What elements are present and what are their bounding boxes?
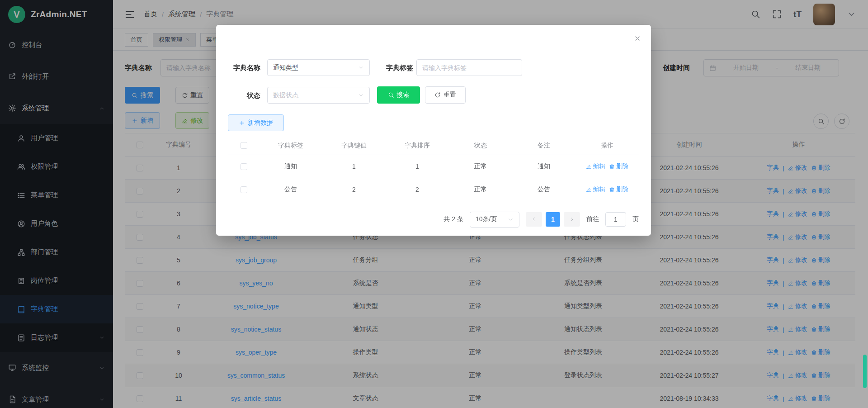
dialog-reset-button[interactable]: 重置	[425, 86, 466, 104]
row-edit-link[interactable]: 编辑	[586, 162, 605, 171]
row-checkbox[interactable]	[241, 186, 247, 193]
chevron-down-icon	[358, 92, 364, 98]
dialog-status-select[interactable]: 数据状态	[267, 87, 370, 104]
edit-icon	[586, 187, 592, 193]
chevron-right-icon	[569, 217, 575, 222]
cell-remark: 通知	[512, 155, 576, 178]
header-dict-label: 字典标签	[259, 136, 322, 155]
chevron-left-icon	[531, 217, 537, 222]
pagination: 共 2 条 10条/页 1 前往 页	[228, 211, 639, 228]
cell-operations: 编辑 删除	[576, 155, 639, 178]
goto-page-input[interactable]	[605, 212, 626, 227]
cell-dict-sort: 1	[386, 155, 449, 178]
select-value: 10条/页	[476, 215, 508, 223]
refresh-icon	[434, 92, 441, 98]
table-row: 公告 2 2 正常 公告 编辑 删除	[228, 178, 639, 201]
delete-icon	[609, 164, 615, 170]
delete-icon	[609, 187, 615, 193]
table-body: 通知 1 1 正常 通知 编辑 删除 公告 2 2 正常	[228, 155, 639, 201]
dict-data-dialog: 字典名称 通知类型 字典标签 状态 数据状态 搜索 重置 新增数据 字典标签 字…	[216, 25, 651, 236]
dialog-add-data-button[interactable]: 新增数据	[228, 114, 284, 131]
dialog-dict-tag-label: 字典标签	[374, 59, 413, 76]
pager-buttons: 1	[526, 212, 580, 227]
cell-operations: 编辑 删除	[576, 178, 639, 201]
row-delete-link[interactable]: 删除	[609, 185, 628, 194]
page-unit-label: 页	[632, 215, 639, 223]
search-icon	[388, 92, 394, 98]
header-status: 状态	[449, 136, 512, 155]
cell-remark: 公告	[512, 178, 576, 201]
dialog-dict-name-label: 字典名称	[228, 59, 260, 76]
plus-icon	[239, 120, 245, 126]
cell-dict-sort: 2	[386, 178, 449, 201]
cell-dict-value: 1	[322, 155, 386, 178]
chevron-down-icon	[508, 217, 514, 223]
prev-page-button[interactable]	[526, 212, 542, 227]
table-row: 通知 1 1 正常 通知 编辑 删除	[228, 155, 639, 178]
select-placeholder: 数据状态	[273, 91, 358, 100]
select-value: 通知类型	[273, 64, 358, 72]
cell-dict-label: 通知	[259, 155, 322, 178]
table-header-row: 字典标签 字典键值 字典排序 状态 备注 操作	[228, 136, 639, 155]
dialog-dict-name-select[interactable]: 通知类型	[267, 59, 370, 76]
cell-status: 正常	[449, 155, 512, 178]
scrollbar-thumb[interactable]	[863, 355, 867, 388]
next-page-button[interactable]	[564, 212, 580, 227]
chevron-down-icon	[358, 65, 364, 71]
cell-dict-label: 公告	[259, 178, 322, 201]
pagination-total: 共 2 条	[443, 215, 463, 223]
page-size-select[interactable]: 10条/页	[470, 212, 519, 228]
close-icon[interactable]	[634, 35, 641, 42]
header-dict-sort: 字典排序	[386, 136, 449, 155]
dialog-status-label: 状态	[228, 87, 260, 104]
header-operations: 操作	[576, 136, 639, 155]
goto-label: 前往	[586, 215, 599, 223]
row-edit-link[interactable]: 编辑	[586, 185, 605, 194]
dialog-dict-tag-input[interactable]	[416, 59, 522, 76]
edit-icon	[586, 164, 592, 170]
select-all-checkbox[interactable]	[241, 142, 247, 149]
row-delete-link[interactable]: 删除	[609, 162, 628, 171]
cell-status: 正常	[449, 178, 512, 201]
cell-dict-value: 2	[322, 178, 386, 201]
header-dict-value: 字典键值	[322, 136, 386, 155]
header-remark: 备注	[512, 136, 576, 155]
page-number-button[interactable]: 1	[546, 212, 560, 227]
row-checkbox[interactable]	[241, 163, 247, 170]
dict-data-table: 字典标签 字典键值 字典排序 状态 备注 操作 通知 1 1 正常 通知 编辑 …	[228, 136, 639, 201]
dialog-search-button[interactable]: 搜索	[377, 86, 420, 104]
